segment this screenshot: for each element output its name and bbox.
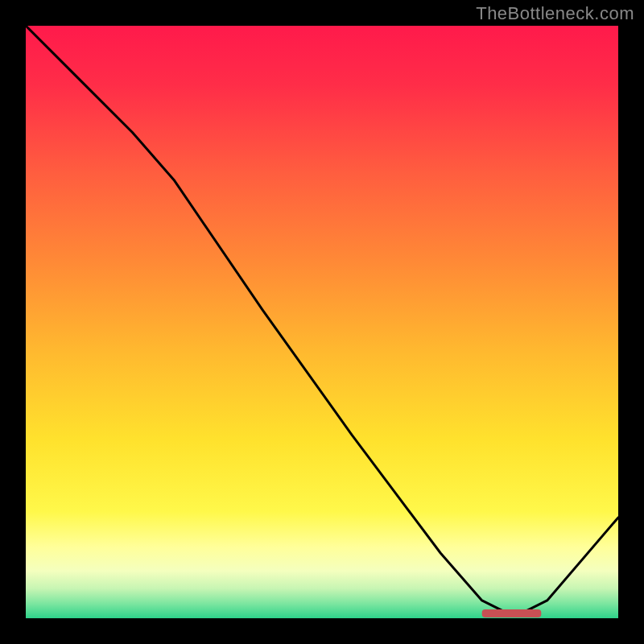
chart-svg	[26, 26, 618, 618]
optimal-marker	[482, 609, 542, 617]
attribution-label: TheBottleneck.com	[476, 3, 634, 24]
plot-area	[26, 26, 618, 618]
chart-frame: TheBottleneck.com	[0, 0, 644, 644]
